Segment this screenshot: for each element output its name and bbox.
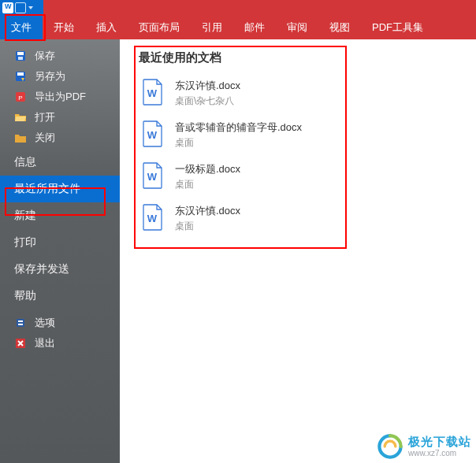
svg-text:P: P [18,94,22,102]
tab-mail[interactable]: 邮件 [233,16,276,39]
folder-close-icon [14,131,27,144]
sidebar-item-new[interactable]: 新建 [0,202,120,229]
doc-name: 东汉许慎.docx [175,204,240,218]
sidebar-item-label: 打印 [14,235,36,250]
sidebar-item-recent-files[interactable]: 最近所用文件 [0,176,120,202]
sidebar-item-open[interactable]: 打开 [0,107,120,128]
sidebar-item-help[interactable]: 帮助 [0,283,120,309]
svg-rect-4 [17,72,24,76]
pdf-icon: P [14,91,27,103]
tab-view[interactable]: 视图 [318,16,361,39]
svg-rect-2 [18,57,23,60]
tab-home[interactable]: 开始 [43,16,85,39]
watermark-title: 极光下载站 [408,435,471,449]
sidebar-item-label: 退出 [35,336,55,350]
save-as-icon [14,70,27,83]
sidebar-item-label: 关闭 [35,131,55,145]
doc-path: 桌面 [175,220,240,233]
sidebar-item-close[interactable]: 关闭 [0,128,120,148]
sidebar-item-label: 导出为PDF [35,90,86,104]
tab-pdf-tools[interactable]: PDF工具集 [361,16,434,39]
recent-doc-item[interactable]: W 一级标题.docx 桌面 [139,160,457,194]
sidebar-item-save[interactable]: 保存 [0,46,120,66]
sidebar-item-label: 保存 [35,49,55,63]
recent-doc-item[interactable]: W 东汉许慎.docx 桌面 [139,202,457,235]
sidebar-item-save-send[interactable]: 保存并发送 [0,256,120,283]
doc-name: 音或零辅音的辅音字母.docx [175,120,302,135]
sidebar-item-label: 帮助 [14,289,36,303]
options-icon [14,317,27,329]
recent-doc-item[interactable]: W 东汉许慎.docx 桌面\杂七杂八 [139,76,457,110]
doc-name: 东汉许慎.docx [175,79,240,93]
doc-icon: W [142,162,164,189]
sidebar-item-save-as[interactable]: 另存为 [0,66,120,87]
sidebar-item-label: 保存并发送 [14,262,69,276]
sidebar-item-options[interactable]: 选项 [0,313,120,333]
svg-rect-9 [18,324,23,325]
tab-page-layout[interactable]: 页面布局 [128,16,191,39]
exit-icon [14,337,27,350]
sidebar-item-print[interactable]: 打印 [0,229,120,256]
doc-name: 一级标题.docx [175,162,240,176]
sidebar-item-exit[interactable]: 退出 [0,333,120,354]
watermark: 极光下载站 www.xz7.com [377,433,471,460]
svg-text:W: W [147,213,158,224]
recent-documents-list: W 东汉许慎.docx 桌面\杂七杂八 W 音或零辅音的辅音字母.docx 桌面 [139,76,457,235]
sidebar-item-label: 另存为 [35,69,65,83]
titlebar [0,0,476,16]
sidebar-item-label: 新建 [14,209,36,223]
doc-path: 桌面 [175,136,302,150]
sidebar-item-info[interactable]: 信息 [0,149,120,176]
ribbon-tabs: 文件 开始 插入 页面布局 引用 邮件 审阅 视图 PDF工具集 [0,16,476,39]
doc-icon: W [142,204,164,231]
folder-open-icon [14,111,27,124]
svg-text:W: W [147,87,158,99]
qat-dropdown-icon[interactable] [28,2,34,13]
qat-save-icon[interactable] [15,2,26,13]
doc-path: 桌面 [175,178,240,191]
recent-panel-title: 最近使用的文档 [139,50,457,65]
save-icon [14,50,27,62]
quick-access-toolbar [0,0,43,16]
recent-doc-item[interactable]: W 音或零辅音的辅音字母.docx 桌面 [139,118,457,152]
doc-icon: W [142,79,164,106]
svg-rect-7 [17,319,24,327]
sidebar-item-label: 选项 [35,316,55,330]
watermark-url: www.xz7.com [408,449,471,457]
tab-references[interactable]: 引用 [191,16,233,39]
svg-text:W: W [147,171,158,183]
svg-rect-1 [17,52,24,55]
tab-insert[interactable]: 插入 [85,16,128,39]
sidebar-item-label: 信息 [14,155,36,169]
tab-file[interactable]: 文件 [0,16,43,39]
svg-rect-8 [18,320,23,322]
app-icon [2,2,13,13]
recent-files-panel: 最近使用的文档 W 东汉许慎.docx 桌面\杂七杂八 W [120,39,476,463]
doc-icon: W [142,120,164,147]
tab-review[interactable]: 审阅 [276,16,318,39]
file-menu-sidebar: 保存 另存为 P 导出为PDF 打开 [0,39,120,463]
doc-path: 桌面\杂七杂八 [175,94,240,108]
sidebar-item-export-pdf[interactable]: P 导出为PDF [0,87,120,107]
watermark-logo-icon [377,433,403,460]
svg-text:W: W [147,129,158,141]
sidebar-item-label: 最近所用文件 [14,182,80,196]
sidebar-item-label: 打开 [35,110,55,124]
